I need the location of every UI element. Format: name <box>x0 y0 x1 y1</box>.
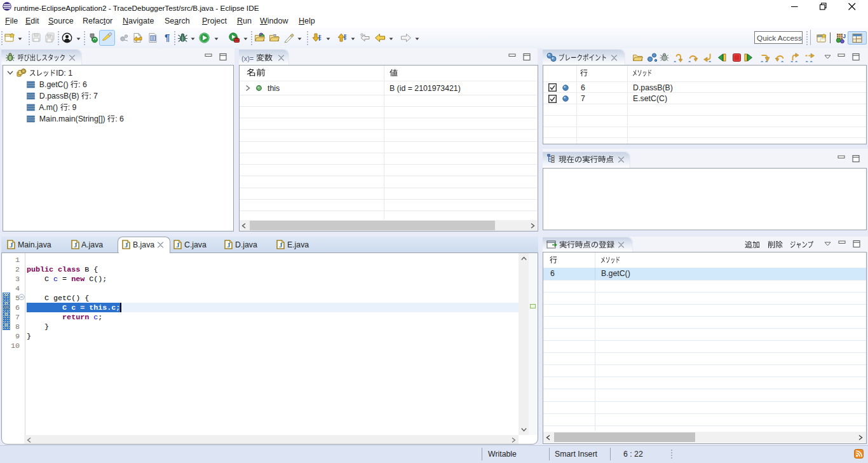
svg-text:J: J <box>843 33 846 39</box>
svg-text:J: J <box>74 241 78 249</box>
svg-text:J: J <box>176 241 180 249</box>
svg-text:J: J <box>227 241 231 249</box>
svg-text:J: J <box>279 241 283 249</box>
svg-text:J: J <box>125 241 128 249</box>
svg-text:J: J <box>10 241 13 249</box>
